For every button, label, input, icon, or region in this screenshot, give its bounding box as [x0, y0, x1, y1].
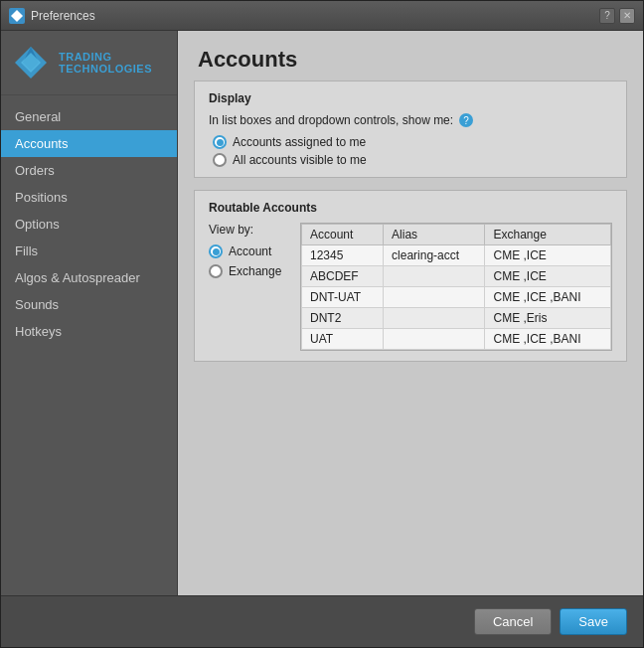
table-row: DNT2CME ,Eris	[302, 308, 611, 329]
view-by-group: View by: Account Exchange	[209, 223, 288, 351]
main-header: Accounts	[178, 31, 643, 81]
cell-alias	[384, 308, 485, 329]
sidebar-item-accounts[interactable]: Accounts	[1, 130, 177, 157]
col-account: Account	[302, 225, 384, 245]
display-section-title: Display	[209, 91, 612, 105]
radio-view-exchange[interactable]: Exchange	[209, 264, 288, 278]
cell-alias	[384, 329, 485, 350]
sidebar-item-options[interactable]: Options	[1, 211, 177, 238]
cell-exchange: CME ,Eris	[485, 308, 611, 329]
sidebar-item-orders[interactable]: Orders	[1, 157, 177, 184]
help-button[interactable]: ?	[599, 8, 615, 24]
cell-alias	[384, 266, 485, 287]
routable-section-title: Routable Accounts	[209, 201, 612, 215]
cell-account: UAT	[302, 329, 384, 350]
col-exchange: Exchange	[485, 225, 611, 245]
sidebar-item-hotkeys[interactable]: Hotkeys	[1, 318, 177, 345]
accounts-table: Account Alias Exchange 12345clearing-acc…	[301, 224, 611, 350]
titlebar-title: Preferences	[31, 9, 599, 23]
sidebar-item-fills[interactable]: Fills	[1, 238, 177, 264]
logo-line1: TRADING	[59, 51, 152, 63]
cell-exchange: CME ,ICE	[485, 245, 611, 266]
sidebar-item-positions[interactable]: Positions	[1, 184, 177, 211]
svg-marker-0	[11, 10, 23, 22]
cell-alias: clearing-acct	[384, 245, 485, 266]
footer: Cancel Save	[1, 595, 643, 647]
logo-area: TRADING TECHNOLOGIES	[1, 31, 177, 95]
cell-alias	[384, 287, 485, 308]
app-icon	[9, 8, 25, 24]
cell-exchange: CME ,ICE ,BANI	[485, 287, 611, 308]
table-row: ABCDEFCME ,ICE	[302, 266, 611, 287]
logo-icon	[13, 45, 49, 81]
page-title: Accounts	[198, 47, 623, 73]
main-body: Display In list boxes and dropdown contr…	[178, 81, 643, 595]
cancel-button[interactable]: Cancel	[474, 608, 552, 635]
radio-assigned-circle	[213, 135, 227, 149]
view-by-label: View by:	[209, 223, 288, 237]
sidebar: TRADING TECHNOLOGIES General Accounts Or…	[1, 31, 178, 595]
preferences-window: Preferences ? ✕ TRADING TECHNOLOGIES	[0, 0, 644, 648]
table-row: 12345clearing-acctCME ,ICE	[302, 245, 611, 266]
routable-section: Routable Accounts View by: Account Excha…	[194, 190, 627, 362]
cell-account: DNT2	[302, 308, 384, 329]
titlebar: Preferences ? ✕	[1, 1, 643, 31]
listbox-label: In list boxes and dropdown controls, sho…	[209, 113, 612, 127]
cell-exchange: CME ,ICE ,BANI	[485, 329, 611, 350]
radio-all-circle	[213, 153, 227, 167]
sidebar-item-algos[interactable]: Algos & Autospreader	[1, 264, 177, 291]
col-alias: Alias	[384, 225, 485, 245]
radio-view-account-circle	[209, 244, 223, 258]
sidebar-nav: General Accounts Orders Positions Option…	[1, 95, 177, 345]
titlebar-buttons: ? ✕	[599, 8, 635, 24]
close-button[interactable]: ✕	[619, 8, 635, 24]
save-button[interactable]: Save	[560, 608, 627, 635]
display-radio-group: Accounts assigned to me All accounts vis…	[209, 135, 612, 167]
radio-assigned[interactable]: Accounts assigned to me	[213, 135, 612, 149]
radio-view-exchange-circle	[209, 264, 223, 278]
main-panel: Accounts Display In list boxes and dropd…	[178, 31, 643, 595]
table-row: DNT-UATCME ,ICE ,BANI	[302, 287, 611, 308]
sidebar-item-general[interactable]: General	[1, 103, 177, 130]
logo-line2: TECHNOLOGIES	[59, 63, 152, 75]
help-icon[interactable]: ?	[459, 113, 473, 127]
display-section: Display In list boxes and dropdown contr…	[194, 81, 627, 178]
radio-all[interactable]: All accounts visible to me	[213, 153, 612, 167]
sidebar-item-sounds[interactable]: Sounds	[1, 291, 177, 318]
logo-text: TRADING TECHNOLOGIES	[59, 51, 152, 75]
routable-inner: View by: Account Exchange	[209, 223, 612, 351]
cell-account: DNT-UAT	[302, 287, 384, 308]
cell-account: ABCDEF	[302, 266, 384, 287]
content-area: TRADING TECHNOLOGIES General Accounts Or…	[1, 31, 643, 595]
radio-view-account[interactable]: Account	[209, 244, 288, 258]
accounts-table-wrapper: Account Alias Exchange 12345clearing-acc…	[300, 223, 612, 351]
cell-account: 12345	[302, 245, 384, 266]
cell-exchange: CME ,ICE	[485, 266, 611, 287]
table-row: UATCME ,ICE ,BANI	[302, 329, 611, 350]
